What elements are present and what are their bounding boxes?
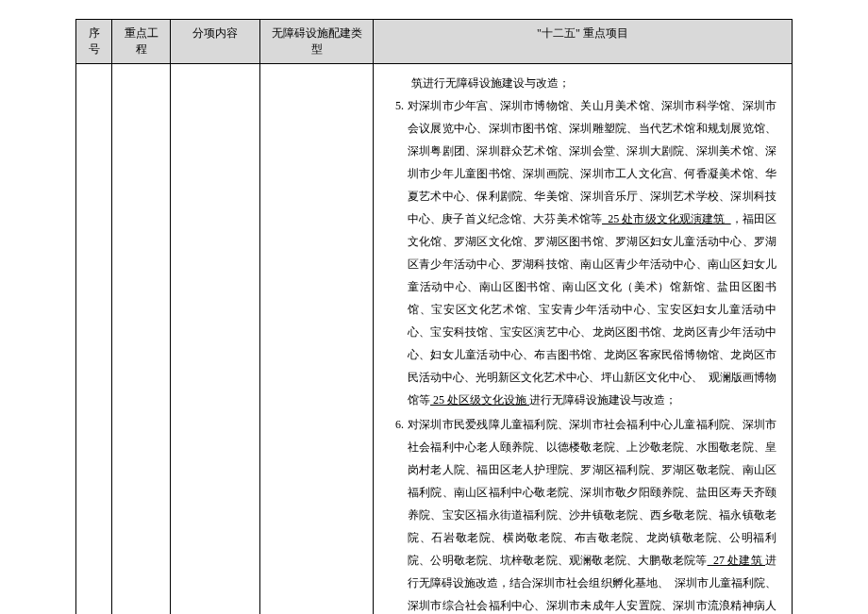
table-header-row: 序号 重点工程 分项内容 无障碍设施配建类型 "十二五" 重点项目 <box>76 20 793 64</box>
item-body: 对深圳市少年宫、深圳市博物馆、关山月美术馆、深圳市科学馆、深圳市会议展览中心、深… <box>408 94 776 411</box>
text-segment: 对深圳市少年宫、深圳市博物馆、关山月美术馆、深圳市科学馆、深圳市会议展览中心、深… <box>408 99 776 225</box>
header-key-projects: "十二五" 重点项目 <box>374 20 793 64</box>
list-item: 5. 对深圳市少年宫、深圳市博物馆、关山月美术馆、深圳市科学馆、深圳市会议展览中… <box>389 94 776 411</box>
cell-key-projects: 筑进行无障碍设施建设与改造； 5. 对深圳市少年宫、深圳市博物馆、关山月美术馆、… <box>374 64 793 615</box>
list-item: 6. 对深圳市民爱残障儿童福利院、深圳市社会福利中心儿童福利院、深圳市社会福利中… <box>389 413 776 614</box>
cell-facility-type <box>260 64 374 615</box>
document-table: 序号 重点工程 分项内容 无障碍设施配建类型 "十二五" 重点项目 筑进行无障碍… <box>75 19 793 614</box>
item-number: 5. <box>389 94 408 117</box>
cell-serial <box>76 64 112 615</box>
underline-text: 25 处市级文化观演建筑 <box>602 212 731 225</box>
text-segment: 进行无障碍设施建设与改造； <box>529 393 676 407</box>
underline-text: 25 处区级文化设施 <box>430 393 529 407</box>
item-body: 对深圳市民爱残障儿童福利院、深圳市社会福利中心儿童福利院、深圳市社会福利中心老人… <box>408 413 776 614</box>
underline-text: 27 处建筑 <box>708 554 766 567</box>
header-serial: 序号 <box>76 20 112 64</box>
header-subcontent: 分项内容 <box>171 20 260 64</box>
cell-subcontent <box>171 64 260 615</box>
item-number: 6. <box>389 413 408 436</box>
text-segment: 对深圳市民爱残障儿童福利院、深圳市社会福利中心儿童福利院、深圳市社会福利中心老人… <box>408 418 776 567</box>
text-segment: ，福田区文化馆、罗湖区文化馆、罗湖区图书馆、罗湖区妇女儿童活动中心、罗湖区青少年… <box>408 212 776 407</box>
table-row: 筑进行无障碍设施建设与改造； 5. 对深圳市少年宫、深圳市博物馆、关山月美术馆、… <box>76 64 793 615</box>
header-facility-type: 无障碍设施配建类型 <box>260 20 374 64</box>
header-project: 重点工程 <box>112 20 171 64</box>
cell-project <box>112 64 171 615</box>
lead-text: 筑进行无障碍设施建设与改造； <box>389 72 776 94</box>
